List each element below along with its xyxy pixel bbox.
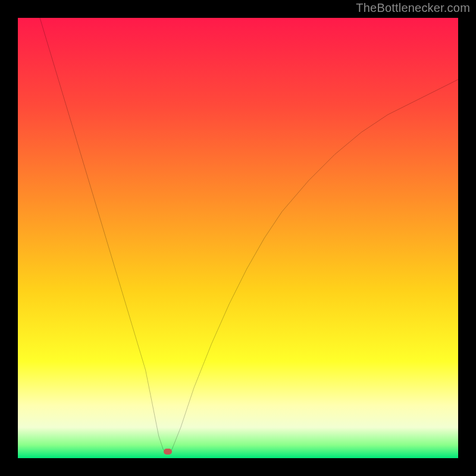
bottleneck-curve: [18, 18, 458, 458]
plot-area: [18, 18, 458, 458]
chart-frame: TheBottlenecker.com: [0, 0, 476, 476]
curve-path: [40, 18, 458, 454]
watermark-text: TheBottlenecker.com: [356, 1, 470, 15]
curve-minimum-marker: [164, 449, 172, 455]
